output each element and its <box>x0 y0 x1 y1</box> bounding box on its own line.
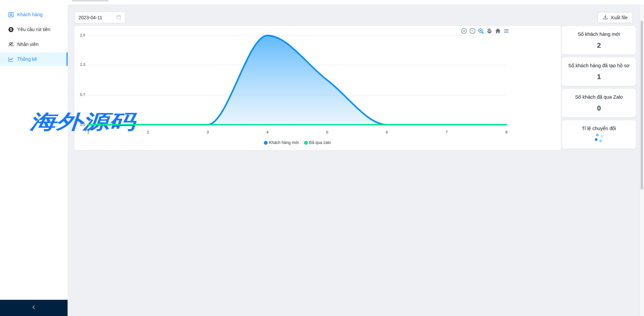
stat-card-da-qua-zalo: Số khách đã qua Zalo 0 <box>562 89 636 117</box>
sidebar-collapse-trigger[interactable] <box>0 300 68 316</box>
app-root: Khách hàng $ Yêu cầu rút tiền Nhân viên … <box>0 0 644 316</box>
sidebar-item-label: Thống kê <box>17 56 37 62</box>
dollar-circle-icon: $ <box>8 27 14 32</box>
sidebar-item-khach-hang[interactable]: Khách hàng <box>0 8 68 21</box>
sidebar-item-thong-ke[interactable]: Thống kê <box>0 52 68 66</box>
sidebar-item-label: Khách hàng <box>17 12 43 17</box>
loading-spinner-icon <box>594 133 604 143</box>
stat-card-title: Tỉ lệ chuyển đổi <box>562 126 636 131</box>
date-picker-input[interactable]: 2023-04-11 <box>74 11 125 23</box>
download-icon <box>603 15 608 21</box>
sidebar: Khách hàng $ Yêu cầu rút tiền Nhân viên … <box>0 4 68 316</box>
sidebar-item-label: Nhân viên <box>17 42 39 47</box>
sidebar-item-nhan-vien[interactable]: Nhân viên <box>0 38 68 51</box>
sidebar-menu: Khách hàng $ Yêu cầu rút tiền Nhân viên … <box>0 4 68 66</box>
stat-card-value: 2 <box>562 41 636 49</box>
date-picker-value: 2023-04-11 <box>78 15 116 20</box>
stat-card-so-khach-hang-moi: Số khách hàng mới 2 <box>562 26 636 54</box>
team-icon <box>8 42 14 47</box>
sidebar-item-label: Yêu cầu rút tiền <box>17 27 50 32</box>
calendar-icon <box>116 15 121 21</box>
stat-card-title: Số khách hàng mới <box>562 31 636 37</box>
stat-cards: Số khách hàng mới 2 Số khách hàng đã tạo… <box>562 26 636 152</box>
export-file-label: Xuất file <box>611 15 628 20</box>
vertical-scrollbar[interactable] <box>640 4 644 316</box>
sidebar-item-yeu-cau-rut-tien[interactable]: $ Yêu cầu rút tiền <box>0 23 68 36</box>
top-artifact-line <box>72 0 108 1</box>
stat-card-value: 0 <box>562 104 636 112</box>
stat-card-value: 1 <box>562 73 636 81</box>
chart-panel: 2.0 1.3 0.7 0.0 1 2 3 4 5 6 7 8 <box>74 26 561 150</box>
chevron-left-icon <box>31 305 36 311</box>
scrollbar-thumb[interactable] <box>641 21 643 190</box>
stat-card-da-tao-ho-so: Số khách hàng đã tạo hồ sơ 1 <box>562 57 636 86</box>
line-chart-icon <box>8 56 14 62</box>
export-file-button[interactable]: Xuất file <box>598 12 633 23</box>
stat-card-title: Số khách đã qua Zalo <box>562 94 636 100</box>
profile-icon <box>8 12 14 18</box>
svg-text:$: $ <box>10 27 12 31</box>
chart-plot-area[interactable] <box>74 26 561 150</box>
series-area-khach-hang-moi <box>88 35 506 125</box>
stat-card-title: Số khách hàng đã tạo hồ sơ <box>562 63 636 68</box>
stat-card-ti-le-chuyen-doi: Tỉ lệ chuyển đổi <box>562 120 636 149</box>
